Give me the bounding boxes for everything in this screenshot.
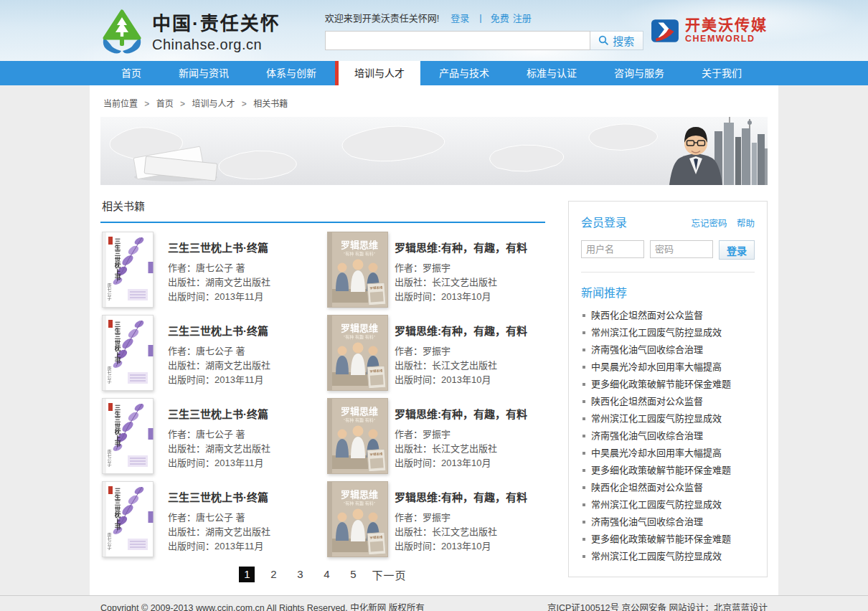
book-item: 三生三世枕上书 唐七公子 罗辑思维 "有种 有趣 有料" xyxy=(327,398,545,474)
svg-text:"有种 有趣 有料": "有种 有趣 有料" xyxy=(344,334,375,340)
nav-item-1[interactable]: 新闻与资讯 xyxy=(160,61,247,85)
bullet-icon xyxy=(582,349,585,351)
book-cover[interactable]: 三生三世枕上书 唐七公子 罗辑思维 "有种 有趣 有料" xyxy=(327,232,385,308)
site-logo[interactable]: 中国·责任关怀 Chinahse.org.cn xyxy=(100,6,280,55)
svg-text:三生三世枕上书: 三生三世枕上书 xyxy=(113,404,121,447)
book-title[interactable]: 罗辑思维:有种，有趣，有料 xyxy=(395,240,527,255)
page-button-5[interactable]: 5 xyxy=(345,567,361,582)
svg-text:罗辑思维: 罗辑思维 xyxy=(341,489,378,500)
news-item[interactable]: 常州滨江化工园废气防控显成效 xyxy=(581,410,755,427)
login-link[interactable]: 登录 xyxy=(450,11,469,24)
nav-item-2[interactable]: 体系与创新 xyxy=(247,61,335,85)
book-title[interactable]: 罗辑思维:有种，有趣，有料 xyxy=(395,489,527,504)
book-cover-sansheng-image: 三生三世枕上书 唐七公子 xyxy=(100,398,155,474)
page-button-4[interactable]: 4 xyxy=(319,567,334,582)
partner-name-en: CHEMWORLD xyxy=(685,34,768,44)
book-cover-luoji-image: 罗辑思维 "有种 有趣 有料" 罗辑思维 xyxy=(327,315,388,391)
news-item[interactable]: 济南强化油气回收综合治理 xyxy=(581,513,755,531)
book-cover[interactable]: 三生三世枕上书 唐七公子 罗辑思维 "有种 有趣 有料" xyxy=(100,232,158,308)
bullet-icon xyxy=(582,366,585,369)
book-title[interactable]: 三生三世枕上书·终篇 xyxy=(168,323,270,338)
nav-item-3[interactable]: 培训与人才 xyxy=(335,61,420,85)
breadcrumb-training[interactable]: 培训与人才 xyxy=(192,99,235,109)
username-field[interactable] xyxy=(581,240,644,258)
book-publisher: 出版社：湖南文艺出版社 xyxy=(168,525,270,539)
news-item[interactable]: 陕西化企坦然面对公众监督 xyxy=(581,393,755,410)
news-item-text: 更多细化政策破解节能环保金难题 xyxy=(591,531,731,548)
news-item[interactable]: 济南强化油气回收综合治理 xyxy=(581,341,755,359)
news-item[interactable]: 更多细化政策破解节能环保金难题 xyxy=(581,376,755,393)
news-item[interactable]: 常州滨江化工园废气防控显成效 xyxy=(581,548,755,565)
nav-item-4[interactable]: 产品与技术 xyxy=(420,61,508,85)
book-title[interactable]: 三生三世枕上书·终篇 xyxy=(168,240,270,255)
search-button[interactable]: 搜索 xyxy=(590,31,643,50)
book-cover[interactable]: 三生三世枕上书 唐七公子 罗辑思维 "有种 有趣 有料" xyxy=(327,315,385,391)
page-button-3[interactable]: 3 xyxy=(292,567,308,582)
forgot-password-link[interactable]: 忘记密码 xyxy=(691,219,727,229)
news-item[interactable]: 常州滨江化工园废气防控显成效 xyxy=(581,324,755,341)
book-cover-sansheng-image: 三生三世枕上书 唐七公子 xyxy=(100,232,155,308)
member-login-title: 会员登录 xyxy=(581,213,627,230)
breadcrumb-books[interactable]: 相关书籍 xyxy=(253,99,288,109)
register-free-label[interactable]: 免费 xyxy=(491,11,509,24)
login-button[interactable]: 登录 xyxy=(719,240,755,260)
book-title[interactable]: 罗辑思维:有种，有趣，有料 xyxy=(395,406,527,421)
bullet-icon xyxy=(582,538,585,541)
bullet-icon xyxy=(582,314,585,317)
news-item-text: 陕西化企坦然面对公众监督 xyxy=(591,479,703,496)
news-item[interactable]: 更多细化政策破解节能环保金难题 xyxy=(581,531,755,548)
next-page-button[interactable]: 下一页 xyxy=(372,567,406,582)
nav-item-0[interactable]: 首页 xyxy=(103,61,160,85)
breadcrumb-home[interactable]: 首页 xyxy=(156,99,174,109)
svg-text:罗辑思维: 罗辑思维 xyxy=(341,406,378,417)
book-author: 作者：罗振宇 xyxy=(395,511,527,525)
book-item: 三生三世枕上书 唐七公子 罗辑思维 "有种 有趣 有料" xyxy=(327,232,545,308)
partner-logo[interactable]: 开美沃传媒 CHEMWORLD xyxy=(651,17,768,44)
page-button-1[interactable]: 1 xyxy=(239,567,255,582)
search-button-label: 搜索 xyxy=(613,33,634,48)
svg-text:唐七公子: 唐七公子 xyxy=(107,449,111,467)
page-button-2[interactable]: 2 xyxy=(265,567,281,582)
book-publisher: 出版社：长江文艺出版社 xyxy=(395,275,527,290)
book-author: 作者：唐七公子 著 xyxy=(168,511,270,525)
nav-item-6[interactable]: 咨询与服务 xyxy=(595,61,683,85)
search-input[interactable] xyxy=(325,31,590,50)
news-item[interactable]: 陕西化企坦然面对公众监督 xyxy=(581,307,755,324)
help-link[interactable]: 帮助 xyxy=(737,219,755,229)
book-title[interactable]: 罗辑思维:有种，有趣，有料 xyxy=(395,323,527,338)
news-item[interactable]: 中昊晨光冷却水回用率大幅提高 xyxy=(581,445,755,462)
svg-text:唐七公子: 唐七公子 xyxy=(107,283,111,300)
book-cover[interactable]: 三生三世枕上书 唐七公子 罗辑思维 "有种 有趣 有料" xyxy=(100,398,158,474)
bullet-icon xyxy=(582,452,585,455)
site-footer: Copyright © 2009-2013 www.ccin.com.cn Al… xyxy=(0,595,868,611)
news-item[interactable]: 更多细化政策破解节能环保金难题 xyxy=(581,462,755,479)
book-cover[interactable]: 三生三世枕上书 唐七公子 罗辑思维 "有种 有趣 有料" xyxy=(100,481,158,557)
book-cover[interactable]: 三生三世枕上书 唐七公子 罗辑思维 "有种 有趣 有料" xyxy=(327,398,385,474)
svg-text:"有种 有趣 有料": "有种 有趣 有料" xyxy=(344,251,375,257)
nav-item-5[interactable]: 标准与认证 xyxy=(508,61,595,85)
breadcrumb-separator: > xyxy=(180,99,185,109)
breadcrumb-separator: > xyxy=(242,99,247,109)
book-author: 作者：罗振宇 xyxy=(395,344,527,359)
news-list: 陕西化企坦然面对公众监督 常州滨江化工园废气防控显成效 济南强化油气回收综合治理… xyxy=(581,307,755,565)
book-date: 出版时间：2013年11月 xyxy=(168,290,270,304)
news-item[interactable]: 中昊晨光冷却水回用率大幅提高 xyxy=(581,359,755,376)
book-cover[interactable]: 三生三世枕上书 唐七公子 罗辑思维 "有种 有趣 有料" xyxy=(327,481,385,557)
nav-item-7[interactable]: 关于我们 xyxy=(683,61,760,85)
register-link[interactable]: 注册 xyxy=(513,11,532,24)
footer-icp-info: 京ICP证100512号 京公网安备 网站设计：北京蓝蓝设计 xyxy=(547,600,768,611)
site-domain: Chinahse.org.cn xyxy=(152,37,280,53)
news-item[interactable]: 陕西化企坦然面对公众监督 xyxy=(581,479,755,496)
password-field[interactable] xyxy=(650,240,713,258)
book-item: 三生三世枕上书 唐七公子 罗辑思维 "有种 有趣 有料" xyxy=(100,315,327,391)
book-title[interactable]: 三生三世枕上书·终篇 xyxy=(168,406,270,421)
book-publisher: 出版社：湖南文艺出版社 xyxy=(168,442,270,456)
section-title: 相关书籍 xyxy=(100,195,545,223)
book-cover[interactable]: 三生三世枕上书 唐七公子 罗辑思维 "有种 有趣 有料" xyxy=(100,315,158,391)
sidebar: 会员登录 忘记密码 帮助 登录 新闻推荐 陕西化企坦然面对公众监督 xyxy=(568,201,768,577)
news-item[interactable]: 济南强化油气回收综合治理 xyxy=(581,427,755,445)
footer-copyright: Copyright © 2009-2013 www.ccin.com.cn Al… xyxy=(100,600,425,611)
book-title[interactable]: 三生三世枕上书·终篇 xyxy=(168,489,270,504)
welcome-text: 欢迎来到开美沃责任关怀网! xyxy=(325,11,440,24)
news-item[interactable]: 常州滨江化工园废气防控显成效 xyxy=(581,496,755,513)
